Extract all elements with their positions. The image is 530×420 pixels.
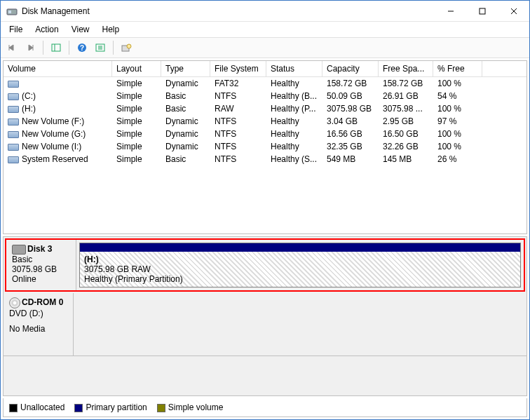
volume-row[interactable]: New Volume (F:)SimpleDynamicNTFSHealthy3… [4, 115, 526, 128]
volume-list-header: Volume Layout Type File System Status Ca… [4, 61, 526, 77]
col-layout[interactable]: Layout [112, 61, 161, 76]
refresh-button[interactable] [92, 39, 109, 56]
menu-bar: File Action View Help [1, 22, 529, 37]
swatch-simple [157, 404, 165, 412]
legend-unallocated: Unallocated [9, 402, 64, 412]
disk-size: 3075.98 GB [12, 264, 70, 274]
volume-row[interactable]: System ReservedSimpleBasicNTFSHealthy (S… [4, 153, 526, 165]
disk-type: Basic [12, 255, 70, 264]
menu-action[interactable]: Action [29, 23, 64, 36]
cdrom-name: CD-ROM 0 [22, 297, 63, 307]
menu-help[interactable]: Help [97, 23, 125, 36]
col-pctfree[interactable]: % Free [433, 61, 482, 76]
volume-list-body[interactable]: SimpleDynamicFAT32Healthy158.72 GB158.72… [4, 77, 526, 233]
disk-state: Online [12, 274, 70, 284]
partition-h[interactable]: (H:) 3075.98 GB RAW Healthy (Primary Par… [79, 243, 521, 287]
swatch-unallocated [9, 404, 18, 412]
disk-3-label: Disk 3 Basic 3075.98 GB Online [6, 240, 76, 290]
disk-3-partitions: (H:) 3075.98 GB RAW Healthy (Primary Par… [76, 240, 524, 290]
disk-3-row[interactable]: Disk 3 Basic 3075.98 GB Online (H:) 3075… [5, 238, 525, 292]
legend: Unallocated Primary partition Simple vol… [3, 398, 527, 417]
disk-name: Disk 3 [27, 244, 52, 254]
volume-icon [8, 156, 19, 163]
show-hide-button[interactable] [48, 39, 64, 56]
minimize-button[interactable] [435, 1, 466, 21]
col-freespace[interactable]: Free Spa... [379, 61, 433, 76]
disk-management-window: Disk Management File Action View Help ? … [0, 0, 530, 420]
svg-text:?: ? [80, 44, 84, 52]
maximize-button[interactable] [466, 1, 498, 21]
cd-icon [9, 297, 20, 309]
cdrom-partitions [74, 293, 526, 355]
toolbar-separator [69, 41, 69, 55]
col-status[interactable]: Status [266, 61, 322, 76]
col-capacity[interactable]: Capacity [322, 61, 379, 76]
cdrom-row[interactable]: CD-ROM 0 DVD (D:) No Media [4, 293, 526, 356]
properties-button[interactable] [118, 39, 135, 56]
volume-row[interactable]: New Volume (G:)SimpleDynamicNTFSHealthy1… [4, 128, 526, 140]
partition-name: (H:) [84, 255, 516, 264]
toolbar: ? [1, 37, 529, 58]
app-icon [6, 6, 18, 17]
volume-icon [8, 81, 19, 88]
col-volume[interactable]: Volume [4, 61, 112, 76]
menu-file[interactable]: File [4, 23, 28, 36]
volume-icon [8, 93, 19, 100]
swatch-primary [74, 404, 83, 412]
toolbar-separator [43, 41, 43, 55]
cdrom-label: CD-ROM 0 DVD (D:) No Media [4, 293, 74, 355]
disk-map-pane[interactable]: Disk 3 Basic 3075.98 GB Online (H:) 3075… [3, 236, 527, 396]
close-button[interactable] [498, 1, 529, 21]
partition-body: (H:) 3075.98 GB RAW Healthy (Primary Par… [80, 252, 520, 287]
legend-simple: Simple volume [157, 402, 224, 412]
volume-icon [8, 106, 19, 113]
volume-icon [8, 144, 19, 151]
volume-icon [8, 118, 19, 126]
svg-rect-3 [480, 8, 485, 14]
forward-button[interactable] [22, 39, 39, 56]
volume-row[interactable]: (C:)SimpleBasicNTFSHealthy (B...50.09 GB… [4, 90, 526, 102]
legend-primary: Primary partition [74, 402, 147, 412]
svg-rect-6 [52, 44, 60, 51]
volume-row[interactable]: (H:)SimpleBasicRAWHealthy (P...3075.98 G… [4, 102, 526, 115]
volume-list-pane[interactable]: Volume Layout Type File System Status Ca… [3, 60, 527, 234]
help-button[interactable]: ? [74, 39, 90, 56]
svg-rect-1 [8, 11, 11, 13]
content-area: Volume Layout Type File System Status Ca… [1, 58, 529, 419]
partition-status: Healthy (Primary Partition) [84, 274, 516, 284]
cdrom-type: DVD (D:) [9, 309, 67, 318]
titlebar[interactable]: Disk Management [1, 1, 529, 22]
svg-point-12 [127, 44, 131, 48]
cdrom-state: No Media [9, 324, 67, 334]
toolbar-separator [113, 41, 114, 55]
disk-icon [12, 245, 26, 255]
partition-header-bar [80, 243, 520, 252]
col-type[interactable]: Type [161, 61, 210, 76]
menu-view[interactable]: View [66, 23, 95, 36]
partition-info: 3075.98 GB RAW [84, 264, 516, 274]
back-button[interactable] [4, 39, 20, 56]
volume-row[interactable]: New Volume (I:)SimpleDynamicNTFSHealthy3… [4, 140, 526, 153]
volume-icon [8, 131, 19, 138]
window-title: Disk Management [22, 6, 435, 16]
col-filesystem[interactable]: File System [210, 61, 266, 76]
volume-row[interactable]: SimpleDynamicFAT32Healthy158.72 GB158.72… [4, 77, 526, 90]
